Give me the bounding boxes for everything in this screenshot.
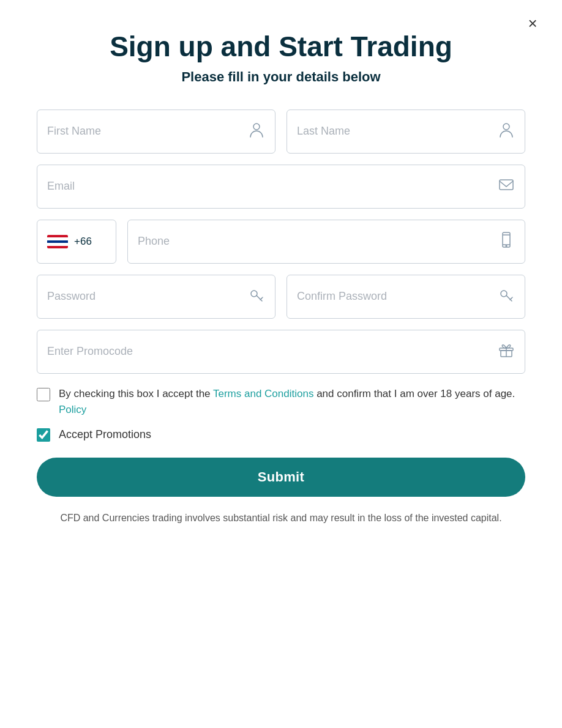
- terms-label: By checking this box I accept the Terms …: [59, 386, 525, 418]
- disclaimer-text: CFD and Currencies trading involves subs…: [37, 510, 525, 526]
- phone-input[interactable]: [138, 235, 493, 248]
- promotions-checkbox[interactable]: [37, 428, 50, 442]
- phone-wrapper: [127, 220, 525, 264]
- password-row: [37, 275, 525, 319]
- submit-button[interactable]: Submit: [37, 458, 525, 497]
- promocode-input[interactable]: [47, 345, 493, 358]
- svg-point-1: [503, 124, 509, 130]
- page-subtitle: Please fill in your details below: [37, 69, 525, 85]
- phone-row: +66: [37, 220, 525, 264]
- terms-link[interactable]: Terms and Conditions: [213, 388, 313, 399]
- person-icon: [248, 121, 265, 142]
- promocode-row: [37, 330, 525, 374]
- promocode-wrapper: [37, 330, 525, 374]
- person-icon-2: [498, 121, 515, 142]
- key-icon: [248, 286, 265, 307]
- last-name-wrapper: [287, 110, 525, 154]
- confirm-password-input[interactable]: [297, 290, 493, 303]
- terms-checkbox[interactable]: [37, 388, 50, 401]
- policy-link[interactable]: Policy: [59, 404, 86, 415]
- email-wrapper: [37, 165, 525, 209]
- signup-form: +66: [37, 110, 525, 526]
- modal-container: × Sign up and Start Trading Please fill …: [0, 0, 562, 728]
- terms-checkbox-section: By checking this box I accept the Terms …: [37, 386, 525, 418]
- phone-icon: [498, 231, 515, 252]
- email-input[interactable]: [47, 180, 493, 193]
- promotions-label: Accept Promotions: [59, 428, 151, 441]
- country-code-label: +66: [74, 236, 92, 248]
- password-input[interactable]: [47, 290, 243, 303]
- email-icon: [498, 176, 515, 197]
- svg-rect-2: [500, 180, 513, 190]
- gift-icon: [498, 341, 515, 362]
- email-row: [37, 165, 525, 209]
- country-selector[interactable]: +66: [37, 220, 116, 264]
- page-title: Sign up and Start Trading: [37, 31, 525, 63]
- svg-point-6: [506, 245, 507, 247]
- promotions-checkbox-section: Accept Promotions: [37, 428, 525, 442]
- first-name-wrapper: [37, 110, 275, 154]
- svg-point-0: [253, 124, 260, 130]
- close-button[interactable]: ×: [522, 12, 544, 34]
- confirm-password-wrapper: [287, 275, 525, 319]
- last-name-input[interactable]: [297, 125, 493, 138]
- key-icon-2: [498, 286, 515, 307]
- password-wrapper: [37, 275, 275, 319]
- first-name-input[interactable]: [47, 125, 243, 138]
- name-row: [37, 110, 525, 154]
- thailand-flag: [47, 235, 68, 248]
